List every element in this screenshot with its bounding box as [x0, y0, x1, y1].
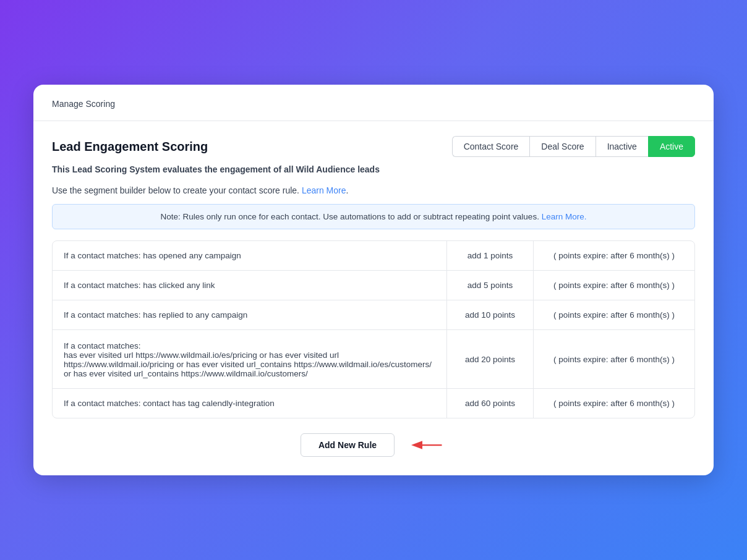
rule-condition: If a contact matches: has opened any cam… [53, 241, 447, 270]
tab-inactive[interactable]: Inactive [596, 136, 648, 157]
info-text: Use the segment builder below to create … [52, 185, 695, 195]
section-title: Lead Engagement Scoring [52, 140, 208, 154]
card-header-title: Manage Scoring [52, 99, 115, 109]
rule-points: add 5 points [447, 271, 534, 300]
section-title-block: Lead Engagement Scoring [52, 140, 208, 154]
tab-active[interactable]: Active [648, 136, 695, 157]
rule-condition: If a contact matches: has replied to any… [53, 300, 447, 329]
card-body: Lead Engagement Scoring Contact Score De… [33, 121, 714, 475]
rule-condition-text: If a contact matches:has ever visited ur… [64, 341, 435, 378]
rule-expiry: ( points expire: after 6 month(s) ) [534, 300, 694, 329]
rule-expiry: ( points expire: after 6 month(s) ) [534, 271, 694, 300]
rule-condition: If a contact matches:has ever visited ur… [53, 330, 447, 388]
table-row: If a contact matches: has clicked any li… [53, 271, 694, 300]
note-text-prefix: Note: Rules only run once for each conta… [161, 212, 539, 221]
add-rule-area: Add New Rule [52, 433, 695, 457]
rule-points: add 10 points [447, 300, 534, 329]
tab-contact-score[interactable]: Contact Score [452, 136, 530, 157]
note-box: Note: Rules only run once for each conta… [52, 204, 695, 229]
rule-expiry: ( points expire: after 6 month(s) ) [534, 389, 694, 418]
learn-more-link-1[interactable]: Learn More [302, 185, 346, 195]
rule-points: add 1 points [447, 241, 534, 270]
rule-expiry: ( points expire: after 6 month(s) ) [534, 330, 694, 388]
info-text-prefix: Use the segment builder below to create … [52, 185, 299, 195]
table-row: If a contact matches: has replied to any… [53, 300, 694, 330]
table-row: If a contact matches: contact has tag ca… [53, 389, 694, 418]
section-tabs: Contact Score Deal Score Inactive Active [452, 136, 695, 157]
rules-table: If a contact matches: has opened any cam… [52, 240, 695, 418]
arrow-icon [409, 436, 446, 454]
table-row: If a contact matches:has ever visited ur… [53, 330, 694, 389]
manage-scoring-card: Manage Scoring Lead Engagement Scoring C… [33, 85, 714, 475]
rule-condition: If a contact matches: has clicked any li… [53, 271, 447, 300]
rule-points: add 20 points [447, 330, 534, 388]
rule-expiry: ( points expire: after 6 month(s) ) [534, 241, 694, 270]
section-header: Lead Engagement Scoring Contact Score De… [52, 136, 695, 157]
table-row: If a contact matches: has opened any cam… [53, 241, 694, 271]
rule-points: add 60 points [447, 389, 534, 418]
info-text-suffix: . [346, 185, 348, 195]
section-subtitle: This Lead Scoring System evaluates the e… [52, 164, 695, 174]
tab-deal-score[interactable]: Deal Score [529, 136, 595, 157]
arrow-indicator [409, 436, 446, 454]
learn-more-link-2[interactable]: Learn More. [542, 212, 587, 221]
add-new-rule-button[interactable]: Add New Rule [301, 433, 395, 457]
card-header: Manage Scoring [33, 85, 714, 121]
rule-condition: If a contact matches: contact has tag ca… [53, 389, 447, 418]
